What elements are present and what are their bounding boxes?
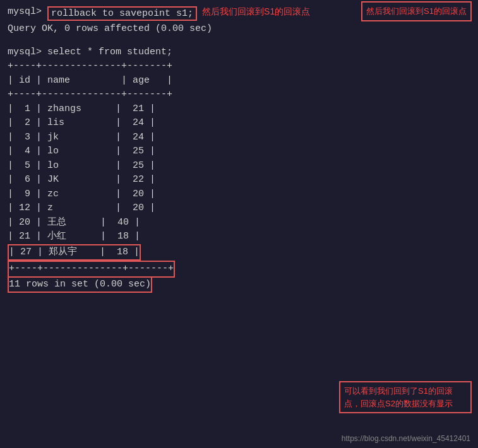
query-ok-line: Query OK, 0 rows affected (0.00 sec): [8, 22, 470, 37]
footer-container: 11 rows in set (0.00 sec): [8, 278, 470, 293]
footer-highlight: 11 rows in set (0.00 sec): [8, 278, 152, 293]
table-row: | 27 | 郑从宇 | 18 |: [8, 244, 141, 261]
prompt-1: mysql>: [8, 6, 47, 17]
select-line: mysql> select * from student;: [8, 45, 470, 60]
table-divider-bottom: +----+--------------+-------+: [9, 263, 174, 274]
table-row: | 20 | 王总 | 40 |: [8, 216, 470, 230]
table-divider-bottom-highlight: +----+--------------+-------+: [8, 261, 175, 278]
table-row: | 3 | jk | 24 |: [8, 131, 470, 145]
table-divider-header: +----+--------------+-------+: [8, 88, 470, 102]
table-row: | 5 | lo | 25 |: [8, 159, 470, 174]
rollback-command: rollback to savepoint s1;: [47, 6, 197, 21]
table-row: | 6 | JK | 22 |: [8, 173, 470, 187]
table-row: | 4 | lo | 25 |: [8, 144, 470, 159]
footer-text: 11 rows in set (0.00 sec): [9, 279, 151, 290]
table-header: | id | name | age |: [8, 74, 470, 88]
highlighted-row-text: | 27 | 郑从宇 | 18 |: [9, 247, 140, 257]
table-rows: | 1 | zhangs | 21 || 2 | lis | 24 || 3 |…: [8, 102, 470, 261]
table-row: | 12 | z | 20 |: [8, 201, 470, 216]
table-row: | 9 | zc | 20 |: [8, 187, 470, 202]
table-row: | 1 | zhangs | 21 |: [8, 102, 470, 117]
table-row: | 2 | lis | 24 |: [8, 116, 470, 131]
annotation-s1: 可以看到我们回到了S1的回滚点，回滚点S2的数据没有显示: [339, 381, 472, 413]
watermark: https://blog.csdn.net/weixin_45412401: [342, 434, 470, 443]
table-row: | 21 | 小红 | 18 |: [8, 230, 470, 244]
terminal: mysql> rollback to savepoint s1; 然后我们回滚到…: [0, 0, 478, 448]
annotation-rollback: 然后我们回滚到S1的回滚点: [361, 1, 472, 21]
table-divider-top: +----+--------------+-------+: [8, 59, 470, 74]
prompt-2: mysql>: [8, 45, 47, 60]
select-command: select * from student;: [47, 45, 172, 60]
comment-rollback: 然后我们回滚到S1的回滚点: [202, 6, 310, 18]
